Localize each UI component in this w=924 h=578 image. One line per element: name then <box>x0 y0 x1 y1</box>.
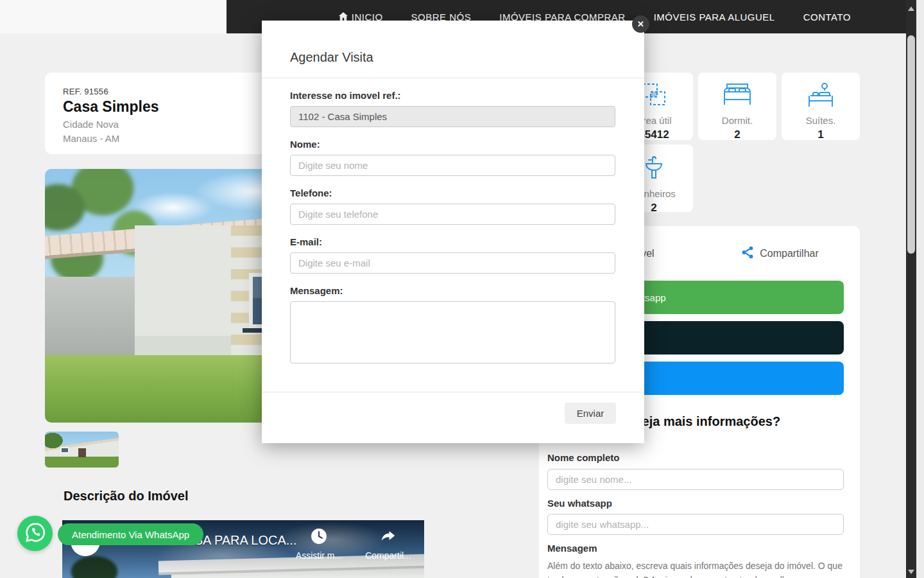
modal-title: Agendar Visita <box>290 50 616 65</box>
whatsapp-float-button[interactable] <box>17 516 53 551</box>
feature-card-dormitorios: Dormit. 2 <box>698 73 776 140</box>
inquiry-message-label: Mensagem <box>547 543 597 554</box>
scrollbar-thumb[interactable] <box>907 35 915 254</box>
photo-thumbnail[interactable] <box>45 432 119 468</box>
modal-footer: Enviar <box>262 392 644 443</box>
page-scrollbar[interactable] <box>906 0 916 578</box>
interest-label: Interesse no imovel ref.: <box>290 90 616 101</box>
inquiry-message-hint: Além do texto abaixo, escreva quais info… <box>547 559 844 578</box>
phone-label: Telefone: <box>290 188 616 198</box>
clock-icon <box>293 528 345 547</box>
video-share-button[interactable]: Compartil... <box>363 528 414 561</box>
suite-icon <box>805 100 836 110</box>
scrollbar-down-arrow[interactable] <box>908 570 914 574</box>
message-textarea[interactable] <box>290 301 615 363</box>
email-input[interactable] <box>290 252 615 274</box>
inquiry-whatsapp-input[interactable] <box>547 514 844 535</box>
share-arrow-icon <box>363 528 414 547</box>
inquiry-name-input[interactable] <box>547 469 844 490</box>
page: INICIO SOBRE NÓS IMÓVEIS PARA COMPRAR IM… <box>0 0 924 578</box>
feature-value: 1 <box>782 128 860 141</box>
share-label: Compartilhar <box>760 248 819 259</box>
thumb-door <box>78 448 86 457</box>
schedule-visit-modal: Agendar Visita Interesse no imovel ref.:… <box>262 21 644 443</box>
thumb-window <box>60 447 69 453</box>
inquiry-name-label: Nome completo <box>547 452 620 463</box>
whatsapp-label-text: Atendimento Via WhatsApp <box>72 529 189 540</box>
feature-value: 2 <box>698 128 776 141</box>
share-icon <box>740 245 755 262</box>
description-heading: Descrição do Imóvel <box>64 489 189 504</box>
nav-item-contato[interactable]: CONTATO <box>803 12 851 22</box>
nav-item-imoveis-aluguel[interactable]: IMÓVEIS PARA ALUGUEL <box>654 12 775 22</box>
feature-label: Suítes. <box>782 115 860 126</box>
scrollbar-up-arrow[interactable] <box>908 6 914 11</box>
whatsapp-float-label[interactable]: Atendimento Via WhatsApp <box>58 523 203 545</box>
phone-input[interactable] <box>290 204 615 225</box>
photo-boundary-wall <box>45 277 141 363</box>
page-edge <box>916 0 924 578</box>
email-label: E-mail: <box>290 236 616 247</box>
watch-later-label: Assistir m... <box>296 550 342 561</box>
video-share-label: Compartil... <box>365 550 411 561</box>
header-logo-area <box>0 0 227 33</box>
close-icon: ✕ <box>637 19 644 29</box>
interest-ref-input <box>290 106 615 127</box>
modal-close-button[interactable]: ✕ <box>632 15 649 33</box>
feature-card-suites: Suítes. 1 <box>782 73 860 140</box>
name-label: Nome: <box>290 139 616 150</box>
message-label: Mensagem: <box>290 285 616 296</box>
feature-label: Dormit. <box>698 115 776 126</box>
name-input[interactable] <box>290 155 615 176</box>
modal-divider <box>262 78 644 78</box>
video-watch-later-button[interactable]: Assistir m... <box>293 528 345 561</box>
nav-label: CONTATO <box>803 12 851 22</box>
bed-icon <box>722 100 753 110</box>
whatsapp-icon <box>25 522 46 545</box>
inquiry-whatsapp-label: Seu whatsapp <box>547 498 612 509</box>
share-property-button[interactable]: Compartilhar <box>699 245 860 262</box>
nav-label: IMÓVEIS PARA ALUGUEL <box>654 12 775 22</box>
send-button[interactable]: Enviar <box>565 403 616 424</box>
